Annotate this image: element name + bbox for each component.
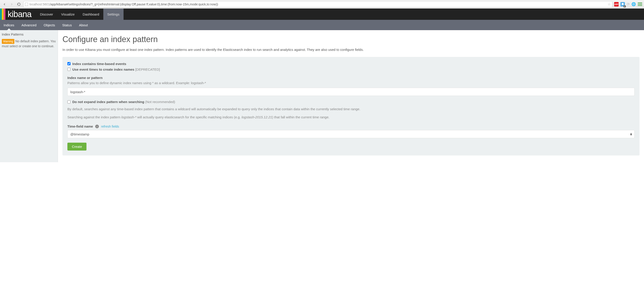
refresh-fields-link[interactable]: refresh fields: [101, 125, 119, 128]
warning-badge: Warning: [2, 39, 14, 44]
time-based-label[interactable]: Index contains time-based events: [72, 62, 126, 66]
subnav-status[interactable]: Status: [59, 20, 76, 30]
nav-discover[interactable]: Discover: [36, 9, 57, 20]
subnav-advanced[interactable]: Advanced: [18, 20, 40, 30]
subnav-objects[interactable]: Objects: [40, 20, 59, 30]
main-content: Configure an index pattern In order to u…: [58, 30, 644, 162]
sidebar: Index Patterns WarningNo default index p…: [0, 30, 58, 162]
browser-toolbar: localhost:5601/app/kibana#/settings/indi…: [0, 0, 644, 9]
bookmark-star-icon[interactable]: ☆: [608, 2, 611, 6]
logo-text: kibana: [8, 10, 32, 19]
primary-nav: kibana Discover Visualize Dashboard Sett…: [0, 9, 644, 20]
kibana-logo[interactable]: kibana: [0, 9, 36, 20]
index-name-label: Index name or pattern: [68, 76, 634, 80]
page-icon: [25, 3, 28, 6]
forward-button[interactable]: [9, 2, 14, 7]
sync-icon[interactable]: ⟳: [627, 2, 630, 6]
browser-menu-icon[interactable]: [638, 3, 642, 6]
settings-subnav: Indices Advanced Objects Status About: [0, 20, 644, 30]
time-field-label: Time-field name: [68, 124, 93, 128]
page-subtitle: In order to use Kibana you must configur…: [62, 47, 640, 52]
no-expand-label[interactable]: Do not expand index pattern when searchi…: [72, 100, 175, 104]
expand-note-2: Searching against the index pattern logs…: [68, 114, 634, 120]
page-title: Configure an index pattern: [62, 35, 640, 44]
ghostery-extension-icon[interactable]: 0: [620, 2, 625, 7]
no-expand-checkbox[interactable]: [68, 100, 70, 103]
time-field-select[interactable]: @timestamp: [68, 130, 634, 138]
url-text: localhost:5601/app/kibana#/settings/indi…: [30, 3, 606, 6]
logo-stripes-icon: [0, 9, 6, 20]
reload-button[interactable]: [16, 2, 22, 7]
time-based-checkbox[interactable]: [68, 62, 70, 65]
index-pattern-form: Index contains time-based events Use eve…: [62, 57, 640, 156]
expand-note-1: By default, searches against any time-ba…: [68, 106, 634, 112]
back-button[interactable]: [2, 2, 7, 7]
address-bar[interactable]: localhost:5601/app/kibana#/settings/indi…: [23, 1, 612, 8]
globe-icon[interactable]: 🌐: [632, 2, 636, 6]
subnav-about[interactable]: About: [76, 20, 92, 30]
ghostery-badge: 0: [624, 6, 626, 8]
nav-visualize[interactable]: Visualize: [57, 9, 78, 20]
info-icon[interactable]: i: [95, 125, 99, 128]
event-times-label[interactable]: Use event times to create index names [D…: [72, 68, 160, 71]
index-name-help: Patterns allow you to define dynamic ind…: [68, 81, 634, 86]
subnav-indices[interactable]: Indices: [0, 20, 18, 30]
create-button[interactable]: Create: [68, 143, 86, 150]
nav-settings[interactable]: Settings: [103, 9, 124, 20]
sidebar-title: Index Patterns: [2, 32, 56, 36]
nav-dashboard[interactable]: Dashboard: [78, 9, 103, 20]
adblock-extension-icon[interactable]: ABP: [614, 2, 618, 7]
index-name-input[interactable]: [68, 88, 634, 96]
event-times-checkbox[interactable]: [68, 68, 70, 71]
warning-message: WarningNo default index pattern. You mus…: [2, 39, 56, 49]
